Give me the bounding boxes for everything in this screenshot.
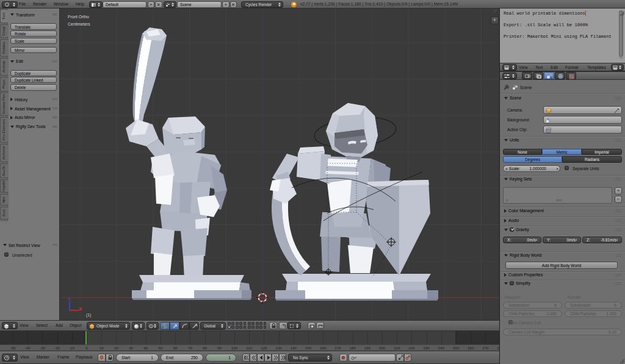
- svg-text:z: z: [68, 297, 70, 301]
